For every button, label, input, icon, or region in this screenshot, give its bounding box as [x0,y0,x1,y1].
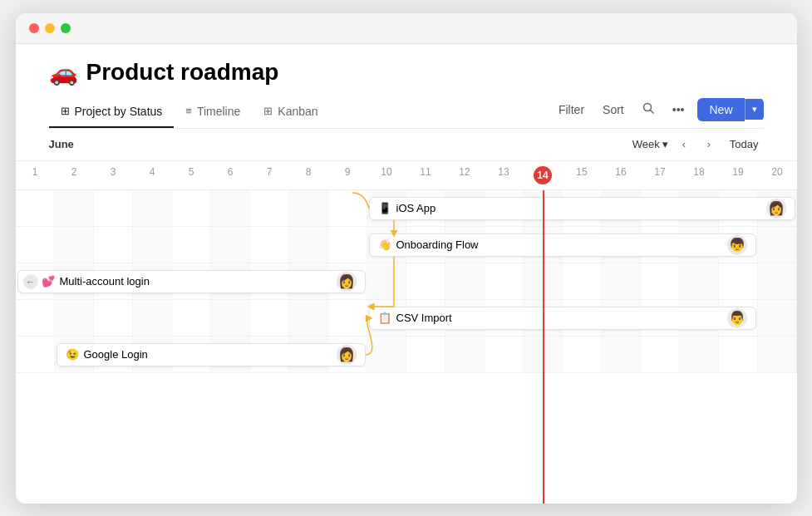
gantt-cell-2-0 [16,263,55,299]
day-number-6: 6 [211,161,250,189]
filter-button[interactable]: Filter [554,100,589,120]
gantt-cell-2-7 [289,263,328,299]
gantt-cell-3-3 [133,300,172,336]
gantt-cell-3-19 [758,300,797,336]
gantt-cell-0-1 [55,190,94,226]
gantt-cell-1-7 [289,227,328,263]
more-button[interactable]: ••• [667,100,690,120]
tab-label-project: Project by Status [75,105,163,118]
gantt-body: 📱iOS App👩👋Onboarding Flow👦←💕Multi-accoun… [16,190,797,504]
gantt-cell-2-1 [55,263,94,299]
gantt-cell-2-4 [172,263,211,299]
gantt-cell-1-19 [758,227,797,263]
week-chevron-icon: ▾ [662,138,668,150]
new-button[interactable]: New [697,98,744,121]
gantt-rows [16,190,797,504]
day-number-18: 18 [680,161,719,189]
gantt-cell-2-3 [133,263,172,299]
week-select[interactable]: Week ▾ [632,138,668,150]
tab-project-by-status[interactable]: ⊞ Project by Status [49,98,175,128]
gantt-cell-4-12 [485,337,524,372]
maximize-button[interactable] [61,23,71,33]
gantt-cell-0-2 [94,190,133,226]
gantt-cell-3-9 [367,300,406,336]
gantt-row-2 [16,263,797,300]
day-number-19: 19 [719,161,758,189]
tab-kanban[interactable]: ⊞ Kanban [252,98,329,128]
day-number-17: 17 [641,161,680,189]
gantt-cell-3-2 [94,300,133,336]
gantt-row-0 [16,190,797,227]
gantt-cell-0-5 [211,190,250,226]
gantt-cell-3-5 [211,300,250,336]
app-window: 🚗 Product roadmap ⊞ Project by Status ≡ … [16,13,797,504]
gantt-cell-3-1 [55,300,94,336]
gantt-cell-2-16 [641,263,680,299]
gantt-cell-2-17 [680,263,719,299]
gantt-cell-1-12 [485,227,524,263]
gantt-cell-1-9 [367,227,406,263]
day-number-1: 1 [16,161,55,189]
gantt-cell-4-8 [328,337,367,372]
gantt-cell-1-10 [406,227,445,263]
week-label: Week [632,138,660,150]
gantt-cell-0-9 [367,190,406,226]
minimize-button[interactable] [45,23,55,33]
gantt-cell-0-11 [445,190,485,226]
gantt-cell-4-0 [16,337,55,372]
gantt-cell-2-12 [485,263,524,299]
toolbar-right: Filter Sort ••• New ▾ [554,98,764,128]
today-button[interactable]: Today [725,136,764,152]
day-number-13: 13 [485,161,524,189]
day-number-7: 7 [250,161,289,189]
tab-timeline[interactable]: ≡ Timeline [174,98,252,128]
day-number-15: 15 [563,161,602,189]
gantt-cell-1-3 [133,227,172,263]
gantt-cell-1-18 [719,227,758,263]
tab-icon-project: ⊞ [61,105,70,117]
day-number-20: 20 [758,161,797,189]
gantt-cell-2-5 [211,263,250,299]
day-number-11: 11 [406,161,445,189]
gantt-cell-2-9 [367,263,406,299]
gantt-cell-1-2 [94,227,133,263]
gantt-cell-1-17 [680,227,719,263]
gantt-cell-1-0 [16,227,55,263]
gantt-cell-4-3 [133,337,172,372]
gantt-cell-2-2 [94,263,133,299]
gantt-cell-4-6 [250,337,289,372]
day-numbers-row: 1234567891011121314151617181920 [16,161,797,190]
gantt-row-1 [16,227,797,263]
gantt-cell-1-8 [328,227,367,263]
sort-button[interactable]: Sort [598,100,629,120]
prev-week-button[interactable]: ‹ [675,135,693,154]
gantt-cell-1-4 [172,227,211,263]
gantt-cell-3-11 [445,300,485,336]
search-icon [642,102,654,114]
gantt-cell-3-18 [719,300,758,336]
gantt-cell-4-4 [172,337,211,372]
page-header: 🚗 Product roadmap ⊞ Project by Status ≡ … [16,44,797,129]
tabs-row: ⊞ Project by Status ≡ Timeline ⊞ Kanban … [49,98,764,129]
day-number-3: 3 [94,161,133,189]
day-number-12: 12 [445,161,485,189]
search-button[interactable] [637,99,659,120]
gantt-cell-4-10 [406,337,445,372]
gantt-cell-3-10 [406,300,445,336]
gantt-cell-4-16 [641,337,680,372]
gantt-cell-4-11 [445,337,485,372]
gantt-cell-3-7 [289,300,328,336]
gantt-cell-4-7 [289,337,328,372]
gantt-cell-0-17 [680,190,719,226]
gantt-cell-1-14 [563,227,602,263]
day-number-4: 4 [133,161,172,189]
new-button-chevron[interactable]: ▾ [745,99,764,120]
day-number-10: 10 [367,161,406,189]
gantt-cell-3-13 [524,300,563,336]
gantt-cell-3-4 [172,300,211,336]
tabs-container: ⊞ Project by Status ≡ Timeline ⊞ Kanban [49,98,330,128]
next-week-button[interactable]: › [700,135,718,154]
close-button[interactable] [29,23,39,33]
gantt-cell-4-1 [55,337,94,372]
gantt-cell-1-15 [602,227,641,263]
